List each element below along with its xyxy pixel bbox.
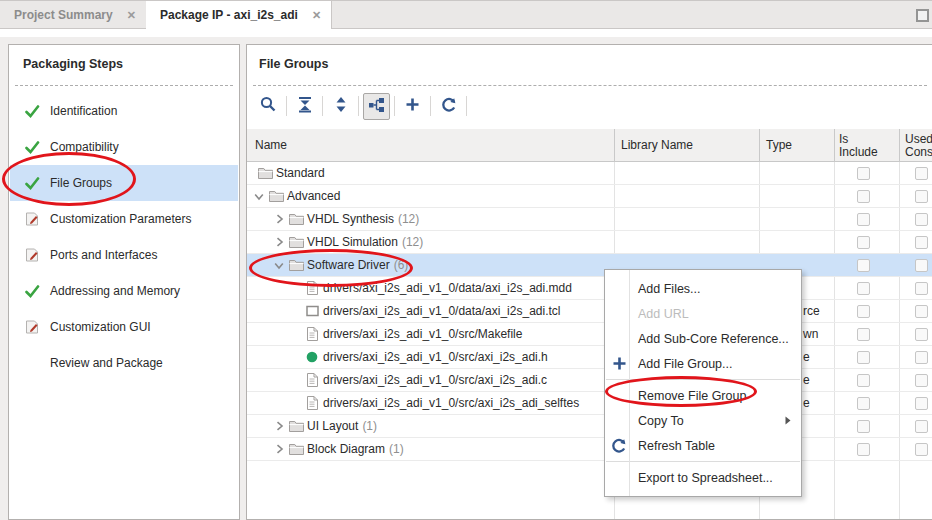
menu-item-export-to-spreadsheet[interactable]: Export to Spreadsheet... — [605, 465, 801, 490]
sidebar-item-label: Customization GUI — [50, 320, 151, 334]
edit-icon — [23, 212, 41, 226]
row-name: drivers/axi_i2s_adi_v1_0/src/axi_i2s_adi… — [323, 373, 547, 387]
tree-row-ui-layout[interactable]: UI Layout(1) — [247, 415, 932, 438]
file-groups-title: File Groups — [259, 57, 328, 71]
add-button[interactable] — [399, 93, 426, 120]
collapse-all-icon — [297, 96, 313, 116]
menu-separator — [606, 461, 800, 462]
doc-icon — [303, 396, 321, 410]
sidebar-item-review-and-package[interactable]: Review and Package — [10, 345, 238, 381]
close-icon[interactable]: ✕ — [298, 8, 321, 22]
tab-project-summary[interactable]: Project Summary✕ — [0, 1, 147, 29]
is-include-checkbox[interactable] — [857, 305, 870, 318]
tab-bar: Project Summary✕Package IP - axi_i2s_adi… — [0, 0, 932, 29]
column-header-used-cons[interactable]: Used Cons — [905, 129, 932, 162]
is-include-checkbox[interactable] — [857, 374, 870, 387]
chevron-down-icon[interactable] — [251, 192, 267, 201]
collapse-all-button[interactable] — [291, 93, 318, 120]
check-icon — [23, 285, 41, 298]
is-include-checkbox[interactable] — [857, 282, 870, 295]
float-window-icon[interactable] — [916, 9, 929, 22]
search-button[interactable] — [255, 93, 282, 120]
menu-item-add-files[interactable]: Add Files... — [605, 276, 801, 301]
menu-item-add-url: Add URL — [605, 301, 801, 326]
file-groups-toolbar — [255, 91, 471, 121]
used-cons-checkbox[interactable] — [915, 167, 928, 180]
row-count: (12) — [402, 235, 423, 249]
is-include-checkbox[interactable] — [857, 236, 870, 249]
chevron-right-icon[interactable] — [271, 214, 287, 224]
used-cons-checkbox[interactable] — [915, 443, 928, 456]
type-cell: wn — [803, 327, 818, 341]
column-header-name[interactable]: Name — [255, 129, 287, 162]
is-include-checkbox[interactable] — [857, 213, 870, 226]
divider — [253, 85, 927, 86]
close-icon[interactable]: ✕ — [113, 8, 136, 22]
edit-icon — [23, 320, 41, 334]
row-name: VHDL Synthesis — [307, 212, 394, 226]
chevron-right-icon[interactable] — [271, 421, 287, 431]
column-header-library-name[interactable]: Library Name — [621, 129, 693, 162]
tree-row-axi-i2s-adi-selftes[interactable]: drivers/axi_i2s_adi_v1_0/src/axi_i2s_adi… — [247, 392, 932, 415]
chevron-right-icon[interactable] — [271, 237, 287, 247]
tree-row-axi-i2s-adi-tcl[interactable]: drivers/axi_i2s_adi_v1_0/data/axi_i2s_ad… — [247, 300, 932, 323]
is-include-checkbox[interactable] — [857, 259, 870, 272]
tcl-icon — [303, 305, 321, 317]
is-include-checkbox[interactable] — [857, 328, 870, 341]
chevron-right-icon[interactable] — [271, 444, 287, 454]
menu-item-label: Add File Group... — [638, 357, 733, 371]
tree-row-vhdl-synthesis[interactable]: VHDL Synthesis(12) — [247, 208, 932, 231]
sidebar-item-label: Ports and Interfaces — [50, 248, 157, 262]
toolbar-separator — [322, 96, 323, 116]
tree-row-standard[interactable]: Standard — [247, 162, 932, 185]
tree-row-block-diagram[interactable]: Block Diagram(1) — [247, 438, 932, 461]
refresh-button[interactable] — [435, 93, 462, 120]
used-cons-checkbox[interactable] — [915, 397, 928, 410]
menu-item-add-file-group[interactable]: Add File Group... — [605, 351, 801, 376]
sidebar-item-label: Review and Package — [50, 356, 163, 370]
used-cons-checkbox[interactable] — [915, 351, 928, 364]
sidebar-item-customization-parameters[interactable]: Customization Parameters — [10, 201, 238, 237]
used-cons-checkbox[interactable] — [915, 213, 928, 226]
sidebar-item-customization-gui[interactable]: Customization GUI — [10, 309, 238, 345]
doc-icon — [303, 373, 321, 387]
is-include-checkbox[interactable] — [857, 420, 870, 433]
tree-view-button[interactable] — [363, 93, 390, 120]
sidebar-item-identification[interactable]: Identification — [10, 93, 238, 129]
sidebar-item-addressing-and-memory[interactable]: Addressing and Memory — [10, 273, 238, 309]
is-include-checkbox[interactable] — [857, 351, 870, 364]
used-cons-checkbox[interactable] — [915, 259, 928, 272]
sidebar-item-ports-and-interfaces[interactable]: Ports and Interfaces — [10, 237, 238, 273]
used-cons-checkbox[interactable] — [915, 420, 928, 433]
tree-view-icon — [368, 97, 385, 116]
used-cons-checkbox[interactable] — [915, 374, 928, 387]
annotation-ellipse-remove-file-group — [605, 376, 757, 407]
is-include-checkbox[interactable] — [857, 397, 870, 410]
tree-row-axi-i2s-adi-h[interactable]: drivers/axi_i2s_adi_v1_0/src/axi_i2s_adi… — [247, 346, 932, 369]
row-name: drivers/axi_i2s_adi_v1_0/src/Makefile — [323, 327, 522, 341]
type-cell: rce — [803, 304, 820, 318]
used-cons-checkbox[interactable] — [915, 282, 928, 295]
menu-item-copy-to[interactable]: Copy To — [605, 408, 801, 433]
tree-row-makefile[interactable]: drivers/axi_i2s_adi_v1_0/src/Makefilewn — [247, 323, 932, 346]
menu-item-label: Add URL — [638, 307, 689, 321]
used-cons-checkbox[interactable] — [915, 305, 928, 318]
row-name: Standard — [276, 166, 325, 180]
sidebar-item-label: Identification — [50, 104, 117, 118]
used-cons-checkbox[interactable] — [915, 328, 928, 341]
menu-item-add-sub-core-reference[interactable]: Add Sub-Core Reference... — [605, 326, 801, 351]
is-include-checkbox[interactable] — [857, 167, 870, 180]
menu-item-refresh-table[interactable]: Refresh Table — [605, 433, 801, 458]
sidebar-item-label: Addressing and Memory — [50, 284, 180, 298]
expand-all-button[interactable] — [327, 93, 354, 120]
is-include-checkbox[interactable] — [857, 190, 870, 203]
column-header-is-include[interactable]: Is Include — [839, 129, 887, 162]
is-include-checkbox[interactable] — [857, 443, 870, 456]
column-header-type[interactable]: Type — [766, 129, 792, 162]
tab-package-ip-axi-i2s-adi[interactable]: Package IP - axi_i2s_adi✕ — [146, 1, 332, 29]
tree-row-axi-i2s-adi-c[interactable]: drivers/axi_i2s_adi_v1_0/src/axi_i2s_adi… — [247, 369, 932, 392]
tree-row-advanced[interactable]: Advanced — [247, 185, 932, 208]
used-cons-checkbox[interactable] — [915, 190, 928, 203]
used-cons-checkbox[interactable] — [915, 236, 928, 249]
packaging-steps-list: IdentificationCompatibilityFile GroupsCu… — [10, 93, 238, 381]
